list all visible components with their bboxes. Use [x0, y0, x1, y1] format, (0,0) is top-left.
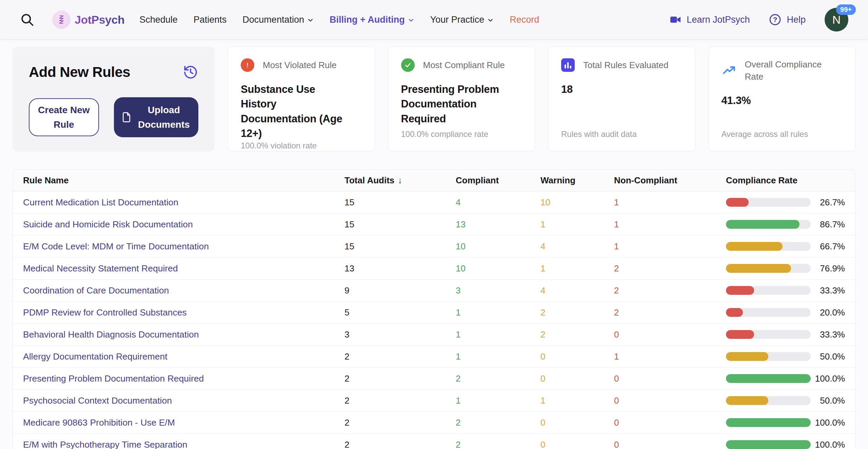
rule-name-link[interactable]: Behavioral Health Diagnosis Documentatio…: [23, 329, 344, 340]
table-row[interactable]: Psychosocial Context Documentation 2 1 1…: [13, 390, 855, 412]
main-content: Add New Rules Create New Rule Upload Doc…: [0, 39, 868, 449]
table-row[interactable]: E/M Code Level: MDM or Time Documentatio…: [13, 236, 855, 258]
rule-name-link[interactable]: E/M with Psychotherapy Time Separation: [23, 440, 344, 449]
rule-name-link[interactable]: E/M Code Level: MDM or Time Documentatio…: [23, 241, 344, 252]
upload-documents-button[interactable]: Upload Documents: [114, 97, 198, 137]
rules-audit-table: Rule Name Total Audits ↓ Compliant Warni…: [13, 169, 855, 449]
chevron-down-icon: [307, 17, 314, 23]
rule-name-link[interactable]: Coordination of Care Documentation: [23, 285, 344, 296]
warning-value: 0: [540, 417, 614, 428]
table-row[interactable]: Suicide and Homicide Risk Documentation …: [13, 213, 855, 236]
warning-value: 1: [540, 219, 614, 230]
most-compliant-rule-card: Most Compliant Rule Presenting Problem D…: [388, 46, 535, 151]
compliance-rate-cell: 76.9%: [726, 263, 845, 274]
column-header-total-audits[interactable]: Total Audits ↓: [344, 175, 456, 186]
compliant-value: 1: [456, 351, 540, 362]
document-icon: [121, 112, 132, 123]
add-new-rules-card: Add New Rules Create New Rule Upload Doc…: [13, 46, 215, 151]
compliance-bar: [726, 242, 811, 251]
user-avatar[interactable]: N 99+: [825, 8, 848, 32]
compliant-value: 10: [456, 263, 540, 274]
compliance-rate-value: 100.0%: [815, 373, 845, 384]
warning-value: 2: [540, 307, 614, 318]
table-row[interactable]: E/M with Psychotherapy Time Separation 2…: [13, 434, 855, 449]
compliance-bar: [726, 264, 811, 273]
table-row[interactable]: Medicare 90863 Prohibition - Use E/M 2 2…: [13, 412, 855, 434]
history-button[interactable]: [183, 64, 198, 80]
search-icon: [20, 12, 35, 27]
table-row[interactable]: Allergy Documentation Requirement 2 1 0 …: [13, 346, 855, 368]
column-header-compliant[interactable]: Compliant: [456, 175, 540, 186]
total-rules-evaluated-card: Total Rules Evaluated 18 Rules with audi…: [548, 46, 695, 151]
total-audits-value: 2: [344, 373, 456, 384]
compliance-rate-cell: 33.3%: [726, 285, 845, 296]
stat-card-value: 18: [561, 82, 682, 97]
rule-name-link[interactable]: Current Medication List Documentation: [23, 197, 344, 208]
create-new-rule-button[interactable]: Create New Rule: [29, 98, 99, 136]
compliance-rate-value: 26.7%: [820, 197, 845, 208]
compliant-value: 2: [456, 373, 540, 384]
nav-item-label: Billing + Auditing: [330, 15, 405, 25]
app-logo[interactable]: JotPsych: [52, 11, 124, 29]
nav-item-schedule[interactable]: Schedule: [139, 15, 178, 25]
alert-icon: [241, 58, 254, 72]
table-row[interactable]: PDMP Review for Controlled Substances 5 …: [13, 302, 855, 324]
rule-name-link[interactable]: Allergy Documentation Requirement: [23, 351, 344, 362]
rule-name-link[interactable]: Suicide and Homicide Risk Documentation: [23, 219, 344, 230]
column-header-compliance-rate[interactable]: Compliance Rate: [726, 175, 845, 186]
search-button[interactable]: [20, 12, 35, 27]
non-compliant-value: 0: [614, 373, 726, 384]
learn-jotpsych-button[interactable]: Learn JotPsych: [669, 14, 750, 26]
rule-name-link[interactable]: Medicare 90863 Prohibition - Use E/M: [23, 417, 344, 428]
table-row[interactable]: Coordination of Care Documentation 9 3 4…: [13, 280, 855, 302]
compliance-rate-value: 100.0%: [815, 440, 845, 449]
rule-name-link[interactable]: Psychosocial Context Documentation: [23, 395, 344, 406]
stat-card-title: Most Compliant Rule: [423, 59, 505, 71]
non-compliant-value: 1: [614, 197, 726, 208]
non-compliant-value: 0: [614, 417, 726, 428]
compliance-bar: [726, 286, 811, 295]
rule-name-link[interactable]: PDMP Review for Controlled Substances: [23, 307, 344, 318]
column-header-warning[interactable]: Warning: [540, 175, 614, 186]
nav-item-record[interactable]: Record: [510, 15, 539, 25]
nav-item-label: Your Practice: [430, 15, 485, 25]
warning-value: 10: [540, 197, 614, 208]
table-row[interactable]: Behavioral Health Diagnosis Documentatio…: [13, 324, 855, 346]
compliance-bar: [726, 308, 811, 317]
compliance-rate-cell: 50.0%: [726, 395, 845, 406]
non-compliant-value: 2: [614, 307, 726, 318]
nav-item-billing-auditing[interactable]: Billing + Auditing: [330, 15, 414, 25]
compliance-rate-cell: 100.0%: [726, 440, 845, 449]
upload-documents-label: Upload Documents: [137, 103, 191, 132]
compliance-rate-value: 33.3%: [820, 329, 845, 340]
check-icon: [401, 58, 415, 72]
compliant-value: 3: [456, 285, 540, 296]
non-compliant-value: 0: [614, 395, 726, 406]
stat-card-footer: Rules with audit data: [561, 129, 682, 139]
total-audits-value: 2: [344, 417, 456, 428]
notification-badge: 99+: [836, 4, 856, 15]
compliance-bar: [726, 220, 811, 229]
svg-text:?: ?: [773, 16, 777, 23]
rule-name-link[interactable]: Presenting Problem Documentation Require…: [23, 373, 344, 384]
table-row[interactable]: Medical Necessity Statement Required 13 …: [13, 258, 855, 280]
warning-value: 1: [540, 263, 614, 274]
top-nav: JotPsych SchedulePatientsDocumentationBi…: [0, 0, 868, 39]
nav-left-group: JotPsych SchedulePatientsDocumentationBi…: [20, 11, 539, 29]
total-audits-value: 15: [344, 219, 456, 230]
warning-value: 0: [540, 440, 614, 449]
non-compliant-value: 0: [614, 440, 726, 449]
column-header-rule-name[interactable]: Rule Name: [23, 175, 344, 186]
avatar-letter: N: [832, 13, 841, 26]
learn-label: Learn JotPsych: [687, 15, 750, 25]
nav-item-your-practice[interactable]: Your Practice: [430, 15, 494, 25]
column-header-non-compliant[interactable]: Non-Compliant: [614, 175, 726, 186]
help-button[interactable]: ? Help: [769, 13, 806, 26]
table-row[interactable]: Presenting Problem Documentation Require…: [13, 368, 855, 390]
nav-item-documentation[interactable]: Documentation: [242, 15, 314, 25]
total-audits-value: 15: [344, 241, 456, 252]
rule-name-link[interactable]: Medical Necessity Statement Required: [23, 263, 344, 274]
table-row[interactable]: Current Medication List Documentation 15…: [13, 191, 855, 213]
non-compliant-value: 1: [614, 351, 726, 362]
nav-item-patients[interactable]: Patients: [194, 15, 227, 25]
